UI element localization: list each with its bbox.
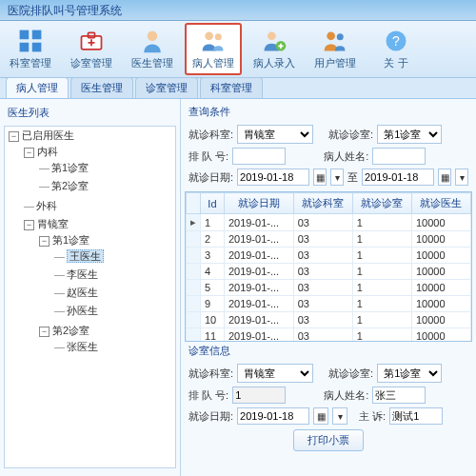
svg-rect-0 bbox=[20, 30, 30, 40]
tree-expander[interactable]: − bbox=[24, 220, 34, 230]
sidebar-title: 医生列表 bbox=[4, 103, 176, 126]
table-row[interactable]: 112019-01-...03110000 bbox=[187, 328, 471, 343]
tab-room-mgmt[interactable]: 诊室管理 bbox=[135, 77, 198, 98]
query-date-from[interactable] bbox=[237, 169, 309, 186]
doctor-tree[interactable]: −已启用医生 −内科 —第1诊室 —第2诊室 —外科 −胃镜室 −第1诊室 bbox=[4, 126, 176, 468]
doctor-icon bbox=[139, 28, 166, 54]
info-date-input[interactable] bbox=[237, 407, 309, 425]
info-room-select[interactable]: 第1诊室 bbox=[377, 364, 442, 383]
window-title: 医院排队叫号管理系统 bbox=[8, 4, 122, 17]
table-row[interactable]: 32019-01-...03110000 bbox=[187, 248, 471, 264]
tab-doctor-mgmt[interactable]: 医生管理 bbox=[70, 77, 133, 98]
info-queue-input[interactable] bbox=[232, 387, 286, 404]
grid-icon bbox=[17, 28, 44, 54]
svg-point-7 bbox=[205, 31, 213, 40]
svg-rect-3 bbox=[32, 43, 42, 52]
calendar-icon[interactable]: ▦ bbox=[438, 169, 451, 186]
info-note-input[interactable] bbox=[389, 407, 443, 425]
main-panel: 查询条件 就诊科室: 胃镜室 就诊诊室: 第1诊室 排 队 号: 病人姓名: 就… bbox=[181, 99, 476, 476]
query-group: 查询条件 就诊科室: 胃镜室 就诊诊室: 第1诊室 排 队 号: 病人姓名: 就… bbox=[185, 103, 472, 188]
tree-expander[interactable]: − bbox=[9, 131, 19, 142]
users-icon bbox=[322, 28, 348, 54]
info-dept-select[interactable]: 胃镜室 bbox=[237, 364, 313, 383]
dropdown-icon[interactable]: ▾ bbox=[330, 169, 344, 186]
main-toolbar: 科室管理 诊室管理 医生管理 病人管理 病人录入 用户管理 ? 关 于 bbox=[0, 21, 476, 78]
tree-selected-doctor[interactable]: 王医生 bbox=[67, 249, 104, 263]
print-button[interactable]: 打印小票 bbox=[293, 429, 364, 451]
table-row[interactable]: 102019-01-...03110000 bbox=[187, 312, 471, 328]
svg-point-12 bbox=[337, 33, 344, 40]
svg-text:?: ? bbox=[392, 33, 400, 49]
svg-rect-2 bbox=[20, 43, 30, 52]
svg-point-9 bbox=[268, 31, 276, 40]
tree-expander[interactable]: − bbox=[39, 236, 50, 247]
tab-dept-mgmt[interactable]: 科室管理 bbox=[200, 77, 263, 98]
medical-bag-icon bbox=[78, 28, 105, 54]
query-room-select[interactable]: 第1诊室 bbox=[377, 125, 442, 144]
info-title: 诊室信息 bbox=[185, 342, 472, 362]
results-grid[interactable]: Id 就诊日期 就诊科室 就诊诊室 就诊医生 ▸12019-01-...0311… bbox=[185, 191, 472, 342]
query-queue-input[interactable] bbox=[232, 148, 286, 165]
toolbar-patient-mgmt[interactable]: 病人管理 bbox=[185, 23, 242, 75]
svg-point-11 bbox=[327, 31, 335, 40]
calendar-icon[interactable]: ▦ bbox=[313, 169, 327, 186]
toolbar-room-mgmt[interactable]: 诊室管理 bbox=[63, 23, 120, 75]
dropdown-icon[interactable]: ▾ bbox=[455, 169, 468, 186]
table-row[interactable]: 22019-01-...03110000 bbox=[187, 231, 471, 248]
patient-add-icon bbox=[261, 28, 288, 54]
toolbar-patient-entry[interactable]: 病人录入 bbox=[246, 23, 303, 75]
tree-expander[interactable]: − bbox=[39, 327, 50, 337]
toolbar-about[interactable]: ? 关 于 bbox=[367, 23, 425, 75]
tab-patient-mgmt[interactable]: 病人管理 bbox=[6, 77, 69, 98]
table-row[interactable]: 42019-01-...03110000 bbox=[187, 264, 471, 280]
svg-rect-1 bbox=[32, 30, 42, 40]
dropdown-icon[interactable]: ▾ bbox=[332, 407, 347, 425]
sidebar: 医生列表 −已启用医生 −内科 —第1诊室 —第2诊室 —外科 −胃镜室 bbox=[0, 99, 181, 476]
query-name-input[interactable] bbox=[372, 148, 426, 165]
query-date-to[interactable] bbox=[362, 169, 434, 186]
table-row[interactable]: 52019-01-...03110000 bbox=[187, 280, 471, 296]
toolbar-user-mgmt[interactable]: 用户管理 bbox=[307, 23, 364, 75]
table-row[interactable]: 92019-01-...03110000 bbox=[187, 296, 471, 312]
tree-expander[interactable]: − bbox=[24, 148, 34, 158]
query-title: 查询条件 bbox=[185, 103, 472, 123]
document-tabs: 病人管理 医生管理 诊室管理 科室管理 bbox=[0, 78, 476, 99]
table-row[interactable]: ▸12019-01-...03110000 bbox=[187, 214, 471, 231]
query-dept-select[interactable]: 胃镜室 bbox=[237, 125, 313, 144]
svg-point-8 bbox=[215, 33, 222, 40]
svg-point-6 bbox=[148, 31, 158, 42]
info-group: 诊室信息 就诊科室: 胃镜室 就诊诊室: 第1诊室 排 队 号: 病人姓名: 就… bbox=[185, 342, 472, 451]
patients-icon bbox=[200, 28, 227, 54]
info-name-input[interactable] bbox=[372, 387, 426, 404]
toolbar-dept-mgmt[interactable]: 科室管理 bbox=[2, 23, 59, 75]
window-titlebar: 医院排队叫号管理系统 bbox=[0, 0, 476, 21]
help-icon: ? bbox=[383, 28, 409, 54]
calendar-icon[interactable]: ▦ bbox=[313, 407, 328, 425]
toolbar-doctor-mgmt[interactable]: 医生管理 bbox=[124, 23, 181, 75]
